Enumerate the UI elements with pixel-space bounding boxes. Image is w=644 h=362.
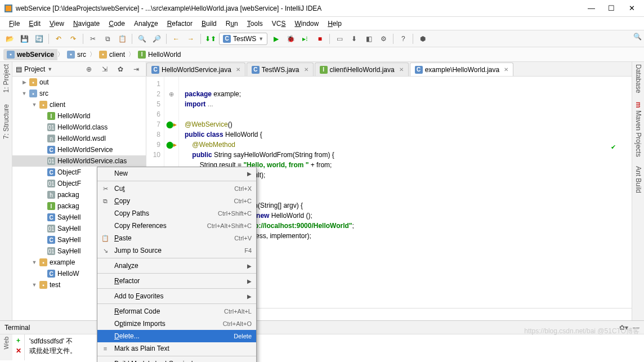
extra-icon[interactable]: ⬢	[417, 33, 429, 45]
back-icon[interactable]: ←	[170, 33, 182, 45]
save-all-icon[interactable]: 💾	[18, 33, 30, 45]
debug-icon[interactable]: 🐞	[284, 33, 297, 45]
chevron-down-icon: ▼	[258, 36, 263, 42]
breadcrumb-file[interactable]: I HelloWorld	[135, 49, 184, 60]
menu-refactor[interactable]: Refactor	[164, 19, 196, 29]
ctx-jump-to-source[interactable]: ↘Jump to SourceF4	[97, 244, 256, 257]
folder-icon: ▪	[67, 51, 75, 59]
ctx-mark-as-plain-text[interactable]: ≡Mark as Plain Text	[97, 342, 256, 355]
maximize-button[interactable]: ☐	[608, 4, 615, 12]
menu-navigate[interactable]: Navigate	[70, 19, 103, 29]
run-icon[interactable]: ▶	[270, 33, 282, 45]
interface-icon: I	[47, 112, 55, 120]
tool-maven[interactable]: mMaven Projects	[634, 102, 642, 157]
ctx-reformat-code[interactable]: Reformat CodeCtrl+Alt+L	[97, 305, 256, 318]
ctx-refactor[interactable]: Refactor▶	[97, 275, 256, 287]
ctx-optimize-imports[interactable]: Optimize ImportsCtrl+Alt+O	[97, 318, 256, 330]
terminal-gutter: + ✕	[12, 334, 25, 360]
terminal-output[interactable]: 'sdfdssdfsd' 不 或批处理文件。	[25, 334, 81, 360]
tool-web[interactable]: Web	[3, 337, 10, 349]
structure-icon[interactable]: ◧	[363, 33, 375, 45]
collapse-icon[interactable]: ⇲	[99, 63, 111, 75]
forward-icon[interactable]: →	[185, 33, 197, 45]
ctx-add-to-favorites[interactable]: Add to Favorites▶	[97, 290, 256, 302]
stop-icon[interactable]: ■	[314, 33, 326, 45]
editor-tab[interactable]: Iclient\HelloWorld.java✕	[315, 62, 409, 76]
ctx-copy-references[interactable]: Copy ReferencesCtrl+Alt+Shift+C	[97, 220, 256, 232]
close-icon[interactable]: ✕	[16, 347, 21, 355]
target-icon[interactable]: ⊕	[83, 63, 95, 75]
inspection-ok-icon[interactable]: ✔	[611, 142, 616, 152]
breadcrumb-root[interactable]: ▪ webService	[3, 49, 57, 60]
ctx-new[interactable]: New▶	[97, 167, 256, 180]
close-tab-icon[interactable]: ✕	[399, 66, 404, 73]
gear-icon[interactable]: ✿	[114, 63, 127, 75]
redo-icon[interactable]: ↷	[67, 33, 79, 45]
settings-icon[interactable]: ⚙	[377, 33, 390, 45]
class-file-icon: 01	[47, 180, 55, 187]
open-icon[interactable]: 📂	[3, 33, 16, 45]
paste-icon[interactable]: 📋	[116, 33, 128, 45]
chevron-down-icon[interactable]: ▼	[47, 66, 52, 72]
avd-icon[interactable]: ▭	[333, 33, 346, 45]
project-pane-header: ▤ Project ▼ ⊕ ⇲ ✿ ⇥	[12, 62, 146, 77]
menu-window[interactable]: Window	[291, 19, 322, 29]
search-everywhere-icon[interactable]: 🔍	[633, 33, 642, 41]
hide-icon[interactable]: —	[633, 324, 639, 332]
ctx-paste[interactable]: 📋PasteCtrl+V	[97, 232, 256, 244]
minimize-button[interactable]: —	[588, 4, 594, 12]
menu-analyze[interactable]: Analyze	[131, 19, 162, 29]
sdk-icon[interactable]: ⬇	[348, 33, 360, 45]
menu-build[interactable]: Build	[198, 19, 220, 29]
tool-project[interactable]: 1: Project	[2, 64, 10, 93]
close-button[interactable]: ✕	[628, 4, 635, 12]
tool-database[interactable]: Database	[634, 64, 642, 93]
ctx-cut[interactable]: ✂CutCtrl+X	[97, 182, 256, 195]
add-icon[interactable]: +	[16, 337, 20, 345]
window-title: webService [D:\IdeaProjects\webService] …	[16, 5, 588, 12]
copy-icon[interactable]: ⧉	[101, 33, 114, 45]
class-icon: C	[47, 213, 55, 221]
project-pane-title[interactable]: Project	[24, 65, 45, 73]
editor-tab[interactable]: CHelloWorldService.java✕	[146, 62, 245, 76]
build-icon[interactable]: ⬇⬆	[204, 33, 217, 45]
sync-icon[interactable]: 🔄	[33, 33, 45, 45]
menu-code[interactable]: Code	[105, 19, 128, 29]
undo-icon[interactable]: ↶	[52, 33, 65, 45]
close-tab-icon[interactable]: ✕	[236, 66, 240, 73]
ctx-copy[interactable]: ⧉CopyCtrl+C	[97, 195, 256, 207]
menu-view[interactable]: View	[46, 19, 68, 29]
class-file-icon: 01	[47, 247, 55, 255]
breadcrumb-src[interactable]: ▪ src	[64, 49, 90, 60]
menu-vcs[interactable]: VCS	[269, 19, 289, 29]
replace-icon[interactable]: 🔎	[150, 33, 163, 45]
find-icon[interactable]: 🔍	[136, 33, 148, 45]
menu-tools[interactable]: Tools	[244, 19, 266, 29]
run-config-label: TestWS	[233, 35, 256, 43]
hide-icon[interactable]: ⇥	[130, 63, 142, 75]
tool-ant[interactable]: Ant Build	[634, 166, 642, 193]
menu-help[interactable]: Help	[324, 19, 345, 29]
class-file-icon: 01	[47, 157, 55, 165]
editor-tab[interactable]: Cexample\HelloWorld.java✕	[410, 62, 514, 76]
svg-rect-1	[6, 6, 11, 11]
cut-icon[interactable]: ✂	[87, 33, 99, 45]
menu-edit[interactable]: Edit	[25, 19, 44, 29]
ctx-copy-paths[interactable]: Copy PathsCtrl+Shift+C	[97, 207, 256, 220]
breadcrumb-client[interactable]: ▪ client	[96, 49, 128, 60]
gear-icon[interactable]: ✿▾	[619, 324, 628, 332]
editor-tab[interactable]: CTestWS.java✕	[247, 62, 314, 76]
run-config-dropdown[interactable]: C TestWS ▼	[219, 33, 267, 45]
ctx-delete-[interactable]: Delete...Delete	[97, 330, 256, 342]
close-tab-icon[interactable]: ✕	[304, 66, 308, 73]
help-icon[interactable]: ?	[397, 33, 409, 45]
menu-run[interactable]: Run	[222, 19, 242, 29]
coverage-icon[interactable]: ▸⁝	[299, 33, 311, 45]
close-tab-icon[interactable]: ✕	[504, 66, 508, 73]
terminal-title[interactable]: Terminal	[5, 324, 30, 332]
menu-file[interactable]: File	[6, 19, 23, 29]
tool-structure[interactable]: 7: Structure	[2, 104, 10, 139]
ctx-analyze[interactable]: Analyze▶	[97, 260, 256, 272]
folder-icon: ▪	[99, 51, 107, 59]
ctx-build-module-webservice-[interactable]: Build Module 'webService'	[97, 357, 256, 362]
